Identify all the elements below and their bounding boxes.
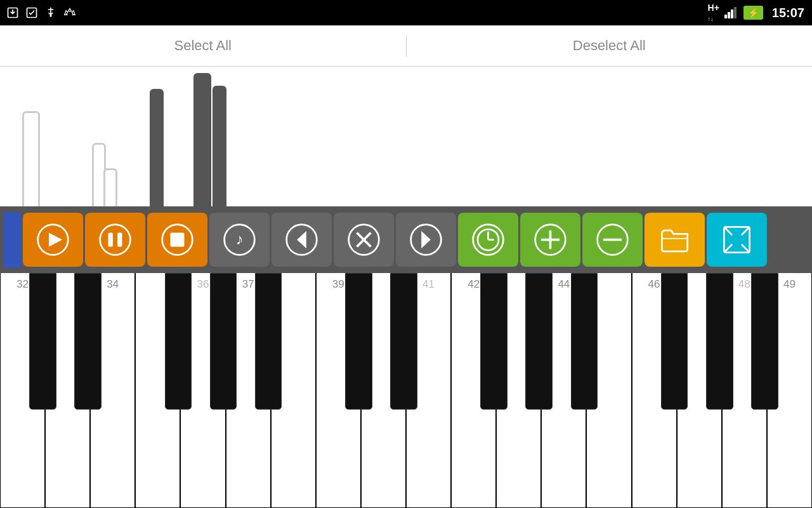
- checkbox-icon: [25, 6, 38, 19]
- note-bar-4: [150, 89, 164, 206]
- note-bar-1: [22, 111, 40, 206]
- plus-button[interactable]: [520, 213, 580, 267]
- battery-icon: ⚡: [743, 6, 763, 20]
- black-key[interactable]: [480, 273, 508, 410]
- black-key[interactable]: [661, 273, 688, 410]
- usb-icon: [44, 6, 57, 19]
- forward-button[interactable]: [396, 213, 456, 267]
- close-button[interactable]: [334, 213, 394, 267]
- music-note-button[interactable]: ♪: [209, 213, 270, 267]
- black-key[interactable]: [210, 273, 237, 410]
- clock-button[interactable]: [458, 213, 518, 267]
- svg-line-35: [742, 227, 750, 235]
- svg-marker-17: [297, 231, 306, 249]
- piano-area: 3234363739414244464849: [0, 273, 812, 508]
- note-bar-3: [103, 168, 117, 206]
- status-time: 15:07: [772, 6, 804, 20]
- score-area: [0, 67, 812, 206]
- select-all-button[interactable]: Select All: [0, 28, 406, 64]
- piano-keys-container: 3234363739414244464849: [0, 273, 812, 508]
- svg-point-9: [100, 225, 131, 255]
- deselect-all-button[interactable]: Deselect All: [407, 28, 813, 64]
- black-keys: [0, 273, 812, 410]
- pause-button[interactable]: [85, 213, 145, 267]
- black-key[interactable]: [74, 273, 102, 410]
- svg-rect-5: [731, 10, 733, 18]
- svg-rect-11: [117, 233, 122, 247]
- black-key[interactable]: [255, 273, 282, 410]
- back-button[interactable]: [272, 213, 332, 267]
- black-key[interactable]: [571, 273, 598, 410]
- svg-marker-8: [49, 233, 62, 247]
- toolbar-side-indicator: [3, 212, 21, 268]
- svg-rect-13: [171, 233, 185, 247]
- minus-button[interactable]: [582, 213, 643, 267]
- black-key[interactable]: [29, 273, 56, 410]
- network-type: H+↑↓: [708, 3, 719, 23]
- stop-button[interactable]: [147, 213, 207, 267]
- folder-button[interactable]: [645, 213, 705, 267]
- download-icon: [6, 6, 19, 19]
- svg-rect-3: [724, 15, 727, 18]
- black-key[interactable]: [165, 273, 192, 410]
- svg-point-2: [49, 15, 51, 17]
- black-key[interactable]: [345, 273, 372, 410]
- recycle-icon: [63, 6, 76, 19]
- svg-marker-22: [421, 231, 431, 249]
- crop-button[interactable]: [707, 213, 767, 267]
- play-button[interactable]: [23, 213, 83, 267]
- top-bar: Select All Deselect All: [0, 25, 812, 67]
- svg-rect-4: [728, 12, 730, 18]
- svg-line-36: [724, 244, 732, 253]
- signal-bars: [724, 7, 738, 18]
- black-key[interactable]: [390, 273, 417, 410]
- note-bar-5: [193, 73, 211, 206]
- black-key[interactable]: [706, 273, 733, 410]
- status-bar: H+↑↓ ⚡ 15:07: [0, 0, 812, 25]
- note-bar-6: [213, 86, 226, 206]
- svg-line-34: [724, 227, 732, 235]
- black-key[interactable]: [525, 273, 553, 410]
- black-key[interactable]: [751, 273, 778, 410]
- svg-text:♪: ♪: [236, 231, 244, 248]
- svg-line-37: [742, 244, 750, 253]
- toolbar: ♪: [0, 206, 812, 273]
- svg-rect-10: [108, 233, 113, 247]
- svg-rect-6: [734, 7, 737, 18]
